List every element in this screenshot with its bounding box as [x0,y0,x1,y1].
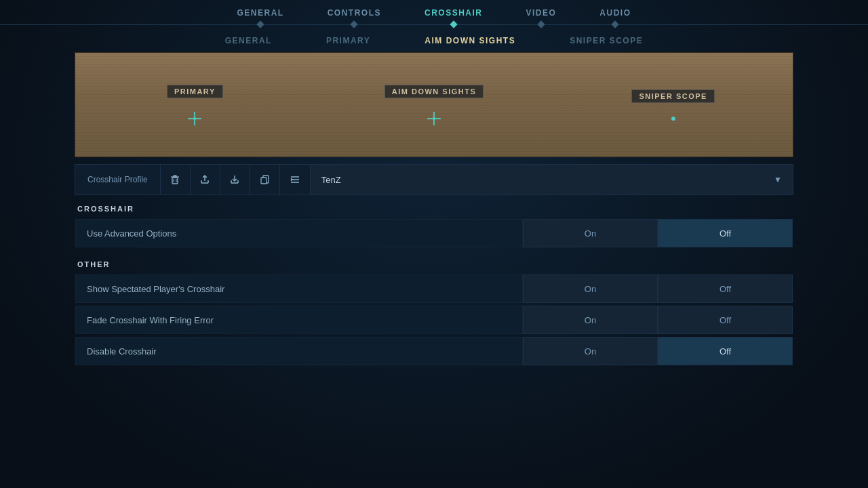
secondary-nav-primary[interactable]: PRIMARY [326,36,370,45]
crosshair-section: CROSSHAIR Use Advanced Options On Off [75,205,793,248]
preview-aim-down-sights: AIM DOWN SIGHTS [315,85,554,125]
disable-crosshair-on[interactable]: On [523,337,658,365]
svg-rect-0 [172,178,178,184]
preview-ads-label: AIM DOWN SIGHTS [384,85,484,98]
crosshair-preview-area: PRIMARY AIM DOWN SIGHTS SNIPER SCOPE [75,52,793,157]
secondary-nav-aim-down-sights[interactable]: AIM DOWN SIGHTS [425,36,515,45]
show-spectated-options: On Off [523,274,793,303]
secondary-navigation: GENERAL PRIMARY AIM DOWN SIGHTS SNIPER S… [0,25,868,52]
fade-crosshair-options: On Off [523,306,793,334]
show-spectated-crosshair-row: Show Spectated Player's Crosshair On Off [75,274,793,304]
fade-crosshair-row: Fade Crosshair With Firing Error On Off [75,305,793,335]
secondary-nav-general[interactable]: GENERAL [225,36,272,45]
export-icon [199,174,211,186]
trash-icon [169,174,181,186]
top-navigation: GENERAL CONTROLS CROSSHAIR VIDEO AUDIO [0,0,868,25]
top-nav-controls[interactable]: CONTROLS [306,4,403,24]
secondary-nav-sniper-scope[interactable]: SNIPER SCOPE [570,36,643,45]
crosshair-section-title: CROSSHAIR [75,205,793,213]
use-advanced-options-on[interactable]: On [523,219,658,247]
preview-sniper-scope: SNIPER SCOPE [553,89,793,121]
import-icon [229,174,241,186]
top-nav-crosshair[interactable]: CROSSHAIR [403,4,505,24]
preview-primary-label: PRIMARY [167,85,223,98]
top-nav-general[interactable]: GENERAL [215,4,305,24]
copy-icon [258,174,271,186]
use-advanced-options-options: On Off [523,219,793,247]
other-section: OTHER Show Spectated Player's Crosshair … [75,260,793,366]
fade-crosshair-label: Fade Crosshair With Firing Error [75,306,523,334]
use-advanced-options-row: Use Advanced Options On Off [75,218,793,248]
top-nav-audio[interactable]: AUDIO [578,4,652,24]
preview-primary: PRIMARY [75,85,315,125]
fade-crosshair-on[interactable]: On [523,306,658,334]
top-nav-video[interactable]: VIDEO [505,4,578,24]
profile-select-dropdown[interactable]: TenZ ▼ [311,165,793,195]
other-section-title: OTHER [75,260,793,268]
dropdown-arrow-icon: ▼ [774,175,782,184]
use-advanced-options-label: Use Advanced Options [75,219,523,247]
profile-label-text: Crosshair Profile [75,165,160,195]
fade-crosshair-off[interactable]: Off [658,306,793,334]
copy-profile-button[interactable] [250,165,280,195]
disable-crosshair-off[interactable]: Off [658,337,793,365]
list-icon [289,174,301,186]
import-profile-button[interactable] [220,165,250,195]
show-spectated-off[interactable]: Off [658,274,793,303]
list-profile-button[interactable] [280,165,310,195]
svg-rect-2 [174,176,176,177]
preview-sniper-label: SNIPER SCOPE [631,89,715,103]
show-spectated-on[interactable]: On [523,274,658,303]
use-advanced-options-off[interactable]: Off [658,219,793,247]
svg-rect-13 [261,178,267,184]
crosshair-sniper-icon [671,117,675,121]
crosshair-primary-icon [188,112,201,125]
export-profile-button[interactable] [191,165,220,195]
profile-select-value: TenZ [321,175,341,185]
show-spectated-crosshair-label: Show Spectated Player's Crosshair [75,274,523,303]
profile-icons-group [160,165,311,195]
profile-bar: Crosshair Profile [75,164,793,195]
crosshair-ads-icon [427,112,441,125]
disable-crosshair-row: Disable Crosshair On Off [75,336,793,366]
delete-profile-button[interactable] [161,165,191,195]
disable-crosshair-label: Disable Crosshair [75,337,523,365]
disable-crosshair-options: On Off [523,337,793,365]
